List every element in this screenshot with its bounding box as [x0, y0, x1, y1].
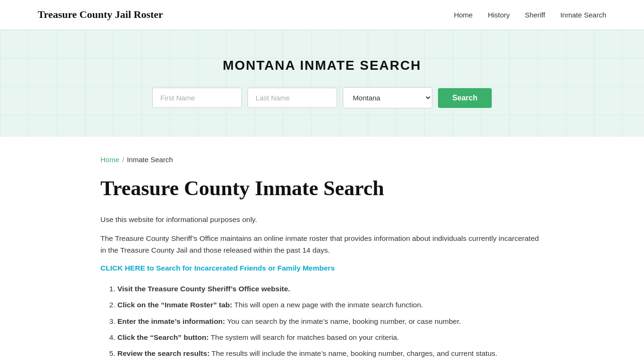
breadcrumb-current: Inmate Search	[127, 156, 173, 164]
search-form: MontanaAlabamaAlaskaArizonaArkansasCalif…	[9, 87, 635, 108]
list-item-normal: This will open a new page with the inmat…	[232, 301, 423, 309]
nav-home[interactable]: Home	[454, 11, 473, 19]
list-item-normal: You can search by the inmate’s name, boo…	[225, 317, 461, 325]
list-item: Review the search results: The results w…	[117, 347, 544, 360]
instructions-list: Visit the Treasure County Sheriff’s Offi…	[100, 283, 544, 360]
list-item-bold: Visit the Treasure County Sheriff’s Offi…	[117, 285, 290, 293]
breadcrumb-separator: /	[122, 156, 124, 164]
list-item-bold: Click the “Search” button:	[117, 333, 209, 341]
main-content: Home / Inmate Search Treasure County Inm…	[63, 137, 581, 362]
list-item-bold: Click on the “Inmate Roster” tab:	[117, 301, 232, 309]
main-nav: Home History Sheriff Inmate Search	[454, 11, 606, 19]
breadcrumb: Home / Inmate Search	[100, 156, 544, 164]
list-item: Click on the “Inmate Roster” tab: This w…	[117, 299, 544, 311]
last-name-input[interactable]	[248, 88, 337, 108]
list-item-bold: Enter the inmate’s information:	[117, 317, 225, 325]
list-item: Visit the Treasure County Sheriff’s Offi…	[117, 283, 544, 295]
intro-paragraph-2: The Treasure County Sheriff’s Office mai…	[100, 233, 544, 256]
breadcrumb-home[interactable]: Home	[100, 156, 119, 164]
first-name-input[interactable]	[152, 88, 242, 108]
nav-sheriff[interactable]: Sheriff	[525, 11, 545, 19]
click-here-link[interactable]: CLICK HERE to Search for Incarcerated Fr…	[100, 264, 544, 272]
list-item-bold: Review the search results:	[117, 349, 210, 357]
hero-banner: MONTANA INMATE SEARCH MontanaAlabamaAlas…	[0, 30, 644, 137]
page-title: Treasure County Inmate Search	[100, 177, 544, 201]
nav-history[interactable]: History	[488, 11, 510, 19]
list-item-normal: The system will search for matches based…	[209, 333, 399, 341]
list-item: Enter the inmate’s information: You can …	[117, 315, 544, 328]
state-select[interactable]: MontanaAlabamaAlaskaArizonaArkansasCalif…	[343, 87, 432, 108]
hero-title: MONTANA INMATE SEARCH	[9, 58, 635, 73]
list-item-normal: The results will include the inmate’s na…	[210, 349, 497, 357]
intro-paragraph-1: Use this website for informational purpo…	[100, 214, 544, 226]
search-button[interactable]: Search	[438, 88, 491, 108]
nav-inmate-search[interactable]: Inmate Search	[560, 11, 606, 19]
list-item: Click the “Search” button: The system wi…	[117, 331, 544, 344]
site-header: Treasure County Jail Roster Home History…	[0, 0, 644, 30]
site-title: Treasure County Jail Roster	[38, 8, 163, 21]
